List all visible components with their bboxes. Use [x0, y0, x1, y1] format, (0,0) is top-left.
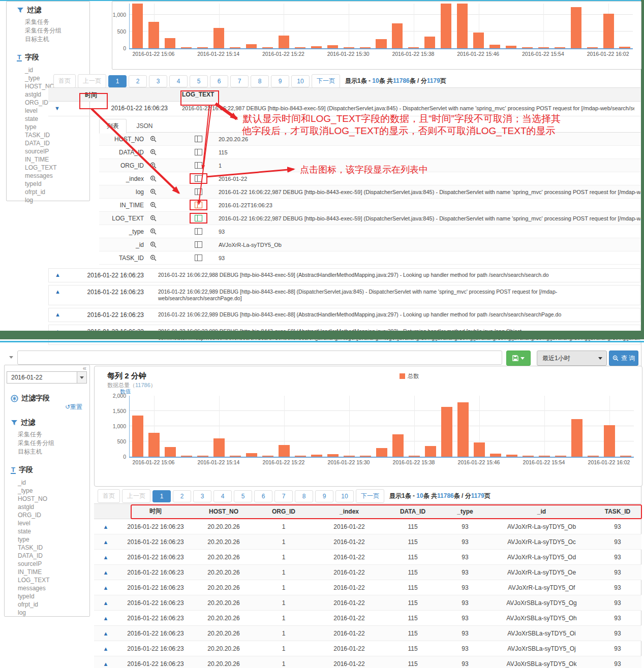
page-button-1[interactable]: 1: [108, 75, 127, 87]
chart-bar[interactable]: [603, 14, 614, 48]
next-page-button[interactable]: 下一页: [356, 489, 384, 503]
page-button-6[interactable]: 6: [210, 75, 228, 87]
collapsed-log-row[interactable]: ▲2016-01-22 16:06:232016-01-22 16:06:22,…: [48, 308, 640, 322]
chart-bar[interactable]: [311, 455, 322, 457]
expand-row-icon[interactable]: ▲: [103, 524, 109, 530]
magnifier-icon[interactable]: [150, 188, 158, 195]
page-button-6[interactable]: 6: [254, 490, 272, 502]
chart-bar[interactable]: [457, 402, 468, 457]
sidebar-filter-item-top[interactable]: 采集任务: [25, 18, 89, 26]
sidebar-field-item-top[interactable]: IN_TIME: [25, 155, 89, 164]
expand-row-icon[interactable]: ▲: [103, 539, 109, 545]
add-to-table-icon[interactable]: [190, 200, 207, 210]
query-mode-caret-icon[interactable]: [9, 356, 13, 359]
collapsed-log-row[interactable]: ▲2016-01-22 16:06:232016-01-22 16:06:22,…: [48, 285, 640, 305]
chart-bar[interactable]: [473, 33, 484, 48]
chart-bar[interactable]: [213, 28, 224, 48]
add-to-table-icon[interactable]: [190, 186, 207, 197]
search-input[interactable]: [17, 351, 502, 365]
chart-bar[interactable]: [165, 447, 175, 457]
expand-cell[interactable]: ▲: [94, 534, 117, 550]
add-to-table-icon[interactable]: [190, 252, 207, 263]
expand-cell[interactable]: ▲: [94, 626, 117, 641]
chart-bar[interactable]: [230, 456, 240, 457]
chart-bar[interactable]: [344, 47, 354, 48]
add-to-table-icon[interactable]: [190, 173, 207, 184]
chart-bar[interactable]: [360, 456, 371, 457]
page-button-1[interactable]: 1: [152, 490, 171, 502]
chart-bar[interactable]: [344, 456, 354, 457]
chart-bar[interactable]: [279, 36, 289, 48]
sidebar-field-item-bottom[interactable]: sourceIP: [18, 560, 89, 568]
sidebar-field-item-bottom[interactable]: messages: [18, 584, 89, 592]
next-page-button[interactable]: 下一页: [312, 74, 340, 88]
chart-bar[interactable]: [457, 4, 468, 48]
chart-bar[interactable]: [539, 456, 549, 457]
chart-bar[interactable]: [360, 47, 371, 48]
sidebar-filter-item-bottom[interactable]: 采集任务分组: [18, 439, 89, 448]
expand-row-icon[interactable]: ▲: [103, 661, 109, 667]
sidebar-filter-item-bottom[interactable]: 目标主机: [18, 448, 89, 456]
sidebar-field-item-top[interactable]: LOG_TEXT: [25, 164, 89, 172]
page-button-7[interactable]: 7: [230, 75, 249, 87]
sidebar-field-item-bottom[interactable]: TASK_ID: [18, 544, 89, 552]
sidebar-field-item-bottom[interactable]: LOG_TEXT: [18, 576, 89, 584]
chart-bar[interactable]: [327, 45, 338, 48]
sidebar-filter-item-top[interactable]: 目标主机: [25, 35, 89, 44]
expand-row-icon[interactable]: ▲: [103, 585, 109, 591]
add-to-table-icon[interactable]: [190, 160, 207, 171]
date-caret-button[interactable]: [77, 372, 86, 383]
page-button-10[interactable]: 10: [291, 75, 310, 87]
chart-bar[interactable]: [522, 47, 533, 48]
reset-link[interactable]: ↺重置: [65, 403, 82, 411]
page-button-9[interactable]: 9: [271, 75, 289, 87]
magnifier-icon[interactable]: [150, 162, 158, 169]
chart-bar[interactable]: [489, 45, 500, 48]
page-button-3[interactable]: 3: [193, 490, 211, 502]
expand-cell[interactable]: ▲: [94, 580, 117, 595]
collapse-row-icon[interactable]: ▼: [54, 105, 60, 111]
sidebar-field-item-bottom[interactable]: astgld: [18, 503, 89, 511]
chart-bar[interactable]: [295, 47, 305, 48]
add-to-table-icon[interactable]: [190, 213, 207, 224]
chart-bar[interactable]: [148, 22, 159, 48]
expand-row-icon[interactable]: ▲: [103, 646, 109, 652]
sidebar-filter-item-top[interactable]: 采集任务分组: [25, 26, 89, 35]
chart-bar[interactable]: [295, 456, 305, 457]
chart-bar[interactable]: [392, 434, 403, 457]
add-to-table-icon[interactable]: [190, 147, 207, 157]
sidebar-field-item-bottom[interactable]: DATA_ID: [18, 552, 89, 560]
chart-bar[interactable]: [571, 419, 582, 457]
sidebar-field-item-top[interactable]: _id: [25, 66, 89, 74]
magnifier-icon[interactable]: [150, 175, 158, 182]
chart-bar[interactable]: [311, 46, 322, 48]
chart-bar[interactable]: [132, 416, 143, 457]
magnifier-icon[interactable]: [150, 136, 158, 142]
sidebar-field-item-bottom[interactable]: HOST_NO: [18, 495, 89, 503]
chart-bar[interactable]: [441, 407, 452, 457]
chart-bar[interactable]: [506, 46, 516, 48]
tab-list[interactable]: 列表: [99, 119, 127, 134]
page-button-8[interactable]: 8: [251, 75, 269, 87]
chart-bar[interactable]: [197, 47, 208, 48]
sidebar-field-item-bottom[interactable]: ORG_ID: [18, 511, 89, 519]
sidebar-field-item-bottom[interactable]: typeId: [18, 592, 89, 600]
sidebar-field-item-top[interactable]: typeId: [25, 180, 89, 188]
expand-cell[interactable]: ▲: [94, 519, 117, 534]
date-select[interactable]: 2016-01-22: [7, 371, 87, 384]
chart-bar[interactable]: [587, 47, 598, 48]
page-button-7[interactable]: 7: [274, 490, 293, 502]
page-button-3[interactable]: 3: [149, 75, 167, 87]
chart-bar[interactable]: [588, 456, 598, 457]
page-button-2[interactable]: 2: [129, 75, 147, 87]
sidebar-field-item-top[interactable]: TASK_ID: [25, 131, 89, 139]
sidebar-field-item-bottom[interactable]: _id: [18, 479, 89, 487]
search-button[interactable]: 查 询: [609, 351, 638, 366]
chart-bar[interactable]: [620, 456, 631, 457]
chart-bar[interactable]: [181, 47, 192, 48]
sidebar-field-item-top[interactable]: type: [25, 123, 89, 131]
sidebar-field-item-top[interactable]: sourceIP: [25, 147, 89, 155]
tab-json[interactable]: JSON: [129, 119, 160, 133]
page-button-5[interactable]: 5: [234, 490, 252, 502]
chart-bar[interactable]: [132, 4, 143, 48]
